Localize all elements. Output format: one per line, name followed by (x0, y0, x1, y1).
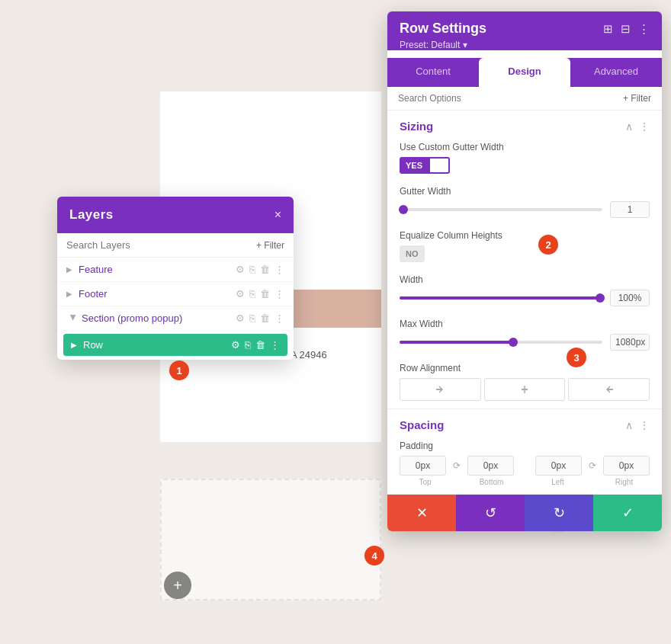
padding-link-1[interactable]: ⟳ (449, 460, 464, 471)
layer-copy-icon-footer[interactable]: ⎘ (249, 288, 255, 300)
row-settings-search-input[interactable] (398, 93, 623, 104)
layer-arrow-footer[interactable]: ▶ (66, 290, 74, 298)
row-settings-header: Row Settings ⊞ ⊟ ⋮ Preset: Default ▾ (387, 11, 662, 50)
layer-copy-icon-section[interactable]: ⎘ (249, 312, 255, 324)
padding-link-2[interactable]: ⟳ (585, 460, 600, 471)
width-label: Width (400, 274, 650, 285)
padding-right-input[interactable]: 0px (603, 456, 650, 476)
custom-gutter-toggle: YES (400, 157, 650, 174)
split-icon[interactable]: ⊟ (621, 22, 631, 36)
gutter-width-field: Gutter Width 1 (387, 181, 662, 226)
layer-more-icon-section[interactable]: ⋮ (274, 312, 284, 324)
align-right-button[interactable] (568, 378, 650, 401)
row-settings-body: Sizing ∧ ⋮ Use Custom Gutter Width YES G… (387, 111, 662, 495)
layers-search-input[interactable] (66, 239, 250, 251)
layers-header: Layers × (57, 197, 294, 233)
badge-3: 3 (567, 348, 586, 367)
layer-delete-icon-row[interactable]: 🗑 (255, 339, 265, 351)
layer-name-footer[interactable]: Footer (79, 288, 231, 300)
equalize-label: Equalize Column Heights (400, 230, 650, 241)
sizing-section-header: Sizing ∧ ⋮ (387, 111, 662, 137)
width-thumb[interactable] (596, 293, 605, 303)
max-width-label: Max Width (400, 319, 650, 329)
layer-name-row[interactable]: Row (83, 339, 226, 351)
row-settings-header-top: Row Settings ⊞ ⊟ ⋮ (400, 21, 650, 37)
width-slider-row: 100% (400, 290, 650, 306)
custom-gutter-field: Use Custom Gutter Width YES (387, 137, 662, 181)
tab-content[interactable]: Content (387, 58, 479, 87)
layer-arrow-section[interactable]: ▶ (69, 315, 78, 322)
layer-settings-icon-feature[interactable]: ⚙ (236, 264, 245, 275)
width-track[interactable] (400, 296, 602, 300)
row-settings-tabs: Content Design Advanced (387, 58, 662, 87)
layer-settings-icon-row[interactable]: ⚙ (231, 339, 240, 351)
row-alignment-label: Row Alignment (400, 363, 650, 373)
layer-copy-icon-feature[interactable]: ⎘ (249, 264, 255, 275)
spacing-section-header: Spacing ∧ ⋮ (387, 409, 662, 436)
spacing-section-title: Spacing (400, 418, 444, 431)
padding-top-input[interactable]: 0px (400, 456, 446, 476)
row-settings-preset[interactable]: Preset: Default ▾ (400, 40, 650, 50)
toggle-thumb[interactable] (429, 157, 450, 174)
layer-arrow-row[interactable]: ▶ (71, 341, 79, 349)
spacing-collapse-icon[interactable]: ∧ (625, 419, 633, 431)
layer-delete-icon-footer[interactable]: 🗑 (260, 288, 270, 300)
tab-advanced[interactable]: Advanced (570, 58, 662, 87)
max-width-fill (400, 341, 513, 344)
spacing-more-icon[interactable]: ⋮ (639, 419, 650, 431)
custom-gutter-label: Use Custom Gutter Width (400, 142, 650, 152)
tab-design[interactable]: Design (479, 58, 570, 87)
sizing-collapse-icon[interactable]: ∧ (625, 120, 633, 133)
layer-settings-icon-footer[interactable]: ⚙ (236, 288, 245, 300)
align-center-button[interactable] (484, 378, 566, 401)
padding-left-input[interactable]: 0px (535, 456, 582, 476)
sizing-section-title: Sizing (400, 120, 433, 133)
toggle-no-label[interactable]: NO (400, 245, 425, 262)
row-settings-filter-button[interactable]: + Filter (623, 93, 651, 104)
gutter-width-thumb[interactable] (399, 205, 408, 214)
save-button[interactable]: ✓ (593, 495, 662, 531)
sizing-section-controls: ∧ ⋮ (625, 120, 650, 133)
gutter-width-track[interactable] (400, 208, 602, 211)
max-width-thumb[interactable] (509, 338, 518, 347)
resize-icon[interactable]: ⊞ (603, 22, 613, 36)
add-section-button[interactable]: + (164, 572, 191, 599)
max-width-track[interactable] (400, 341, 602, 344)
canvas-dashed-card (160, 479, 381, 601)
layer-item-footer[interactable]: ▶ Footer ⚙ ⎘ 🗑 ⋮ (57, 282, 294, 306)
layer-arrow-feature[interactable]: ▶ (66, 265, 74, 274)
layers-filter-button[interactable]: + Filter (256, 240, 284, 251)
align-left-button[interactable] (400, 378, 481, 401)
layer-more-icon-feature[interactable]: ⋮ (274, 264, 284, 275)
toggle-yes-label[interactable]: YES (400, 157, 429, 174)
layers-close-button[interactable]: × (274, 208, 281, 222)
padding-bottom-input[interactable]: 0px (467, 456, 514, 476)
row-settings-header-icons: ⊞ ⊟ ⋮ (603, 22, 650, 36)
undo-button[interactable]: ↺ (456, 495, 525, 531)
width-value[interactable]: 100% (610, 290, 650, 306)
redo-button[interactable]: ↻ (525, 495, 593, 531)
badge-1: 1 (169, 360, 189, 380)
layer-copy-icon-row[interactable]: ⎘ (245, 339, 251, 351)
more-options-icon[interactable]: ⋮ (638, 22, 650, 36)
layer-item-section[interactable]: ▶ Section (promo popup) ⚙ ⎘ 🗑 ⋮ (57, 306, 294, 331)
layer-name-section[interactable]: Section (promo popup) (82, 312, 231, 324)
max-width-value[interactable]: 1080px (610, 334, 650, 351)
sizing-more-icon[interactable]: ⋮ (639, 120, 650, 133)
layer-item-row[interactable]: ▶ Row ⚙ ⎘ 🗑 ⋮ (63, 334, 287, 357)
layer-item-feature[interactable]: ▶ Feature ⚙ ⎘ 🗑 ⋮ (57, 258, 294, 282)
row-settings-search-bar: + Filter (387, 87, 662, 111)
layer-settings-icon-section[interactable]: ⚙ (236, 312, 245, 324)
cancel-button[interactable]: ✕ (387, 495, 456, 531)
layer-more-icon-footer[interactable]: ⋮ (274, 288, 284, 300)
layers-title: Layers (69, 207, 114, 223)
max-width-field: Max Width 1080px (387, 314, 662, 358)
padding-label: Padding (400, 441, 650, 451)
layer-delete-icon-feature[interactable]: 🗑 (260, 264, 270, 275)
layer-delete-icon-section[interactable]: 🗑 (260, 312, 270, 324)
equalize-field: Equalize Column Heights NO (387, 226, 662, 270)
gutter-width-value[interactable]: 1 (610, 201, 650, 218)
layer-more-icon-row[interactable]: ⋮ (270, 339, 280, 351)
layer-name-feature[interactable]: Feature (79, 264, 231, 275)
padding-top-label: Top (400, 478, 451, 486)
